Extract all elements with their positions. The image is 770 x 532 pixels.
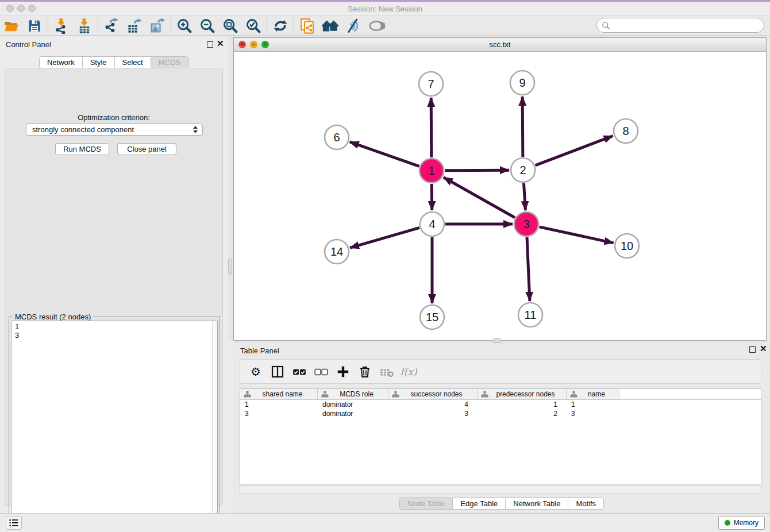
tab-node-table[interactable]: Node Table: [400, 498, 453, 509]
tab-select[interactable]: Select: [115, 57, 151, 68]
clone-network-button[interactable]: [296, 17, 319, 35]
tab-network-table[interactable]: Network Table: [506, 498, 568, 509]
delete-table-button[interactable]: [376, 361, 398, 382]
optimization-criterion-dropdown[interactable]: strongly connected component: [26, 124, 203, 136]
edge-4-14[interactable]: [350, 228, 419, 248]
edge-1-7[interactable]: [431, 98, 432, 157]
minimize-window-button[interactable]: [17, 5, 25, 12]
home-houses-icon: [322, 17, 339, 34]
node-label-8: 8: [622, 125, 629, 137]
table-row[interactable]: 1dominator411: [240, 400, 761, 409]
open-session-button[interactable]: [0, 17, 23, 35]
import-network-button[interactable]: [50, 17, 73, 35]
tab-motifs[interactable]: Motifs: [568, 498, 603, 509]
network-close-button[interactable]: ✕: [238, 41, 246, 48]
table-cell[interactable]: 2: [478, 409, 567, 418]
splitter-grip[interactable]: [228, 259, 232, 275]
search-input[interactable]: [596, 18, 764, 33]
hide-panels-button[interactable]: [342, 17, 365, 35]
refresh-button[interactable]: [269, 17, 292, 35]
edge-1-2[interactable]: [445, 170, 509, 171]
table-cell[interactable]: 3: [240, 409, 318, 418]
node-table[interactable]: shared nameMCDS rolesuccessor nodesprede…: [240, 388, 761, 484]
edge-2-8[interactable]: [536, 136, 613, 165]
network-canvas[interactable]: 7968124314101511: [234, 52, 766, 340]
search-icon: [602, 21, 610, 30]
column-header-MCDS-role[interactable]: MCDS role: [318, 389, 388, 399]
float-panel-icon[interactable]: [207, 41, 213, 48]
column-header-name[interactable]: name: [567, 389, 619, 399]
table-cell[interactable]: 1: [478, 400, 567, 409]
tab-style[interactable]: Style: [83, 57, 115, 68]
node-label-7: 7: [428, 78, 434, 90]
mcds-result-list[interactable]: 13: [11, 321, 218, 531]
edge-2-9[interactable]: [522, 97, 523, 157]
close-panel-icon[interactable]: ✕: [217, 38, 224, 49]
export-network-button[interactable]: [100, 17, 123, 35]
node-label-14: 14: [330, 245, 343, 258]
task-history-button[interactable]: [6, 516, 22, 530]
function-builder-button[interactable]: f(x): [398, 361, 419, 382]
hierarchy-icon: [321, 391, 329, 398]
table-header-row: shared nameMCDS rolesuccessor nodesprede…: [240, 389, 761, 400]
result-scrollbar[interactable]: [212, 321, 217, 530]
export-image-button[interactable]: [146, 17, 169, 35]
close-panel-icon[interactable]: ✕: [760, 344, 767, 354]
network-zoom-button[interactable]: +: [261, 41, 269, 48]
show-panels-button[interactable]: [365, 17, 388, 35]
table-options-button[interactable]: ⚙: [245, 361, 267, 382]
edge-3-11[interactable]: [527, 237, 530, 301]
control-panel: Control Panel ✕ NetworkStyleSelectMCDS O…: [0, 36, 228, 513]
zoom-fit-button[interactable]: [219, 17, 242, 35]
network-graph[interactable]: 7968124314101511: [234, 52, 766, 340]
unselect-all-columns-button[interactable]: [310, 361, 332, 382]
hierarchy-icon: [570, 391, 578, 398]
table-cell[interactable]: 1: [567, 400, 619, 409]
splitter-grip[interactable]: [493, 338, 501, 343]
toolbar-separator: [294, 17, 294, 34]
zoom-window-button[interactable]: [28, 5, 36, 12]
edge-2-3[interactable]: [523, 183, 525, 210]
memory-button[interactable]: Memory: [718, 516, 765, 530]
home-button[interactable]: [319, 17, 342, 35]
vertical-splitter[interactable]: [228, 36, 233, 341]
table-row[interactable]: 3dominator323: [240, 409, 761, 418]
column-header-shared-name[interactable]: shared name: [240, 389, 318, 399]
add-column-button[interactable]: [332, 361, 354, 382]
column-header-predecessor-nodes[interactable]: predecessor nodes: [478, 389, 567, 399]
save-session-button[interactable]: [23, 17, 46, 35]
close-window-button[interactable]: [6, 5, 14, 12]
show-columns-button[interactable]: [267, 361, 288, 382]
node-label-3: 3: [523, 218, 529, 230]
import-table-button[interactable]: [73, 17, 96, 35]
export-table-button[interactable]: [123, 17, 146, 35]
mcds-tab-content: Optimization criterion: strongly connect…: [5, 68, 223, 506]
zoom-in-button[interactable]: [173, 17, 196, 35]
zoom-out-button[interactable]: [196, 17, 219, 35]
trash-icon: [358, 365, 372, 379]
node-label-4: 4: [429, 218, 435, 230]
delete-column-button[interactable]: [354, 361, 376, 382]
network-window-titlebar[interactable]: ✕ − + scc.txt: [234, 38, 766, 52]
select-all-columns-button[interactable]: [288, 361, 310, 382]
table-cell[interactable]: 1: [240, 400, 318, 409]
network-minimize-button[interactable]: −: [250, 41, 257, 48]
tab-edge-table[interactable]: Edge Table: [453, 498, 506, 509]
tab-network[interactable]: Network: [40, 57, 83, 68]
column-header-successor-nodes[interactable]: successor nodes: [388, 389, 478, 399]
close-panel-button[interactable]: Close panel: [117, 143, 176, 155]
table-cell[interactable]: 3: [567, 409, 619, 418]
run-mcds-button[interactable]: Run MCDS: [55, 143, 109, 155]
table-cell[interactable]: dominator: [318, 400, 388, 409]
table-cell[interactable]: 4: [388, 400, 478, 409]
edge-3-1[interactable]: [444, 178, 515, 218]
table-horizontal-scrollbar[interactable]: [240, 485, 761, 494]
edge-1-6[interactable]: [350, 142, 419, 166]
zoom-selected-button[interactable]: [242, 17, 265, 35]
tab-mcds[interactable]: MCDS: [151, 57, 188, 68]
network-window: ✕ − + scc.txt 7968124314101511: [233, 37, 767, 341]
table-cell[interactable]: dominator: [318, 409, 388, 418]
table-cell[interactable]: 3: [388, 409, 478, 418]
edge-3-10[interactable]: [539, 227, 613, 243]
float-panel-icon[interactable]: [749, 346, 756, 353]
